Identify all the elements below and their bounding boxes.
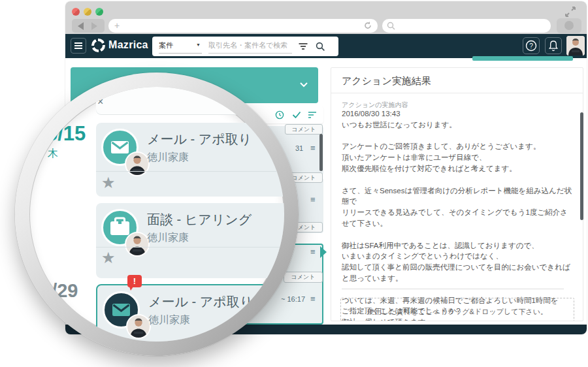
back-icon[interactable] — [78, 22, 84, 30]
selected-card-arrow-icon — [320, 246, 327, 258]
menu-icon[interactable]: ≡ — [310, 143, 316, 153]
assignee-avatar — [125, 232, 150, 257]
browser-search-field[interactable] — [382, 19, 551, 33]
dropzone-text: 使用した資料をここへドラッグ&ドロップして下さい。 — [341, 307, 574, 317]
action-list-scrollbar[interactable] — [319, 134, 323, 171]
person-photo — [566, 36, 585, 56]
chevron-down-icon: ▼ — [196, 42, 201, 47]
action-card-meeting[interactable]: 面談 - ヒアリング 徳川家康 ★ — [96, 203, 284, 278]
card-title: メール - アポ取り — [148, 293, 253, 311]
action-card-mail[interactable]: メール - アポ取り 徳川家康 ★ — [96, 123, 284, 197]
nav-buttons — [72, 19, 105, 33]
check-icon[interactable] — [292, 111, 301, 119]
hidden-panel-header-sliver — [472, 56, 573, 61]
comment-button[interactable]: コメント — [284, 272, 323, 283]
global-search-input[interactable]: 取引先名・案件名で検索 — [208, 40, 292, 54]
divider — [331, 93, 583, 93]
refresh-icon[interactable] — [363, 21, 372, 30]
weekday-label: 木 — [48, 147, 58, 161]
search-category-dropdown[interactable]: 案件 ▼ — [159, 40, 202, 54]
panel-title: アクション実施結果 — [342, 75, 431, 88]
assignee-avatar — [125, 152, 150, 176]
clock-icon[interactable] — [275, 110, 284, 120]
action-result-panel: アクション実施結果 アクションの実施内容 2016/08/30 13:43 いつ… — [331, 67, 583, 321]
assignee-avatar — [126, 314, 151, 339]
comment-button[interactable]: コメント — [285, 124, 323, 135]
profile-circle-icon — [564, 21, 574, 30]
expand-icon[interactable] — [564, 5, 577, 18]
menu-icon[interactable]: ≡ — [310, 247, 316, 257]
star-icon[interactable]: ★ — [101, 175, 116, 191]
bell-icon — [546, 38, 561, 54]
search-icon[interactable] — [316, 42, 325, 52]
menu-icon[interactable]: ≡ — [310, 195, 316, 204]
divider — [342, 289, 564, 289]
user-avatar[interactable] — [566, 36, 585, 56]
divider — [96, 171, 284, 172]
card-day-label: 31 — [295, 144, 303, 152]
mazrica-logo-icon — [91, 39, 105, 52]
plus-icon[interactable]: + — [114, 20, 120, 31]
card-title: メール - アポ取り — [147, 131, 252, 148]
alert-badge: ! — [127, 275, 142, 287]
search-icon — [387, 22, 395, 30]
brand-name: Mazrica — [108, 39, 148, 51]
notifications-button[interactable] — [545, 37, 562, 54]
minimize-window-button[interactable] — [84, 8, 91, 16]
url-bar[interactable]: + — [108, 19, 378, 33]
card-assignee: 徳川家康 — [147, 231, 189, 245]
page-scrollbar[interactable] — [580, 112, 583, 220]
card-assignee: 徳川家康 — [147, 151, 189, 165]
close-icon[interactable]: × — [97, 96, 103, 108]
browser-chrome: + — [65, 1, 587, 34]
page: + Mazrica 案件 ▼ — [0, 0, 588, 367]
help-button[interactable]: ? — [523, 37, 540, 54]
zoom-window-button[interactable] — [95, 8, 103, 16]
date-label: 6/15 — [46, 122, 86, 146]
help-icon: ? — [523, 38, 539, 54]
divider — [96, 247, 284, 247]
card-assignee: 徳川家康 — [148, 313, 190, 327]
action-result-body[interactable]: 2016/08/30 13:43 いつもお世話になっております。 アンケートのご… — [342, 108, 574, 321]
forward-icon[interactable] — [91, 22, 97, 30]
hamburger-icon[interactable] — [71, 38, 86, 54]
browser-profile-button[interactable] — [557, 18, 581, 33]
magnifier-lens: × 6/15 木 メール - アポ取り 徳川家康 ★ — [29, 87, 284, 342]
svg-text:?: ? — [529, 42, 533, 50]
date-label: 5/29 — [41, 280, 78, 302]
menu-icon[interactable]: ≡ — [310, 294, 316, 304]
card-time-label: ~ 16:17 — [281, 295, 305, 303]
sort-icon[interactable] — [308, 111, 317, 119]
magnifier-loupe: × 6/15 木 メール - アポ取り 徳川家康 ★ — [15, 72, 299, 356]
card-title: 面談 - ヒアリング — [147, 211, 252, 229]
global-search-box: 案件 ▼ 取引先名・案件名で検索 — [152, 37, 338, 56]
file-dropzone[interactable]: 使用した資料をここへドラッグ&ドロップして下さい。 — [340, 298, 574, 321]
chevron-down-icon[interactable] — [299, 81, 309, 89]
app-header: Mazrica 案件 ▼ 取引先名・案件名で検索 ? — [65, 34, 587, 58]
filter-icon[interactable] — [299, 43, 308, 50]
close-window-button[interactable] — [72, 8, 80, 16]
star-icon[interactable]: ★ — [101, 250, 116, 266]
